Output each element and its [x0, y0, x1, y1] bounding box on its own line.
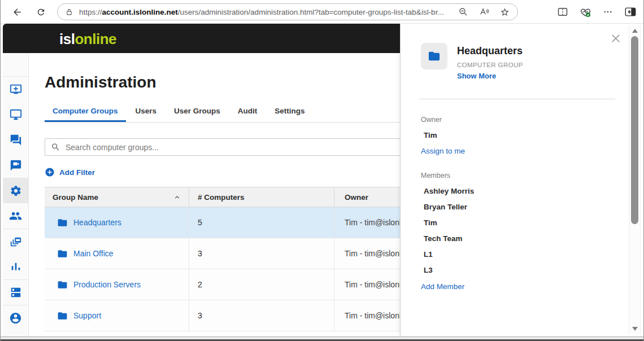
- sidebar-item-servers[interactable]: [3, 279, 28, 305]
- group-name-link[interactable]: Main Office: [73, 249, 114, 258]
- sidebar-item-computers[interactable]: [3, 102, 28, 127]
- close-icon[interactable]: [611, 33, 621, 43]
- arrow-left-icon: [12, 7, 23, 18]
- add-filter-button[interactable]: Add Filter: [45, 167, 95, 177]
- gear-icon: [10, 185, 22, 197]
- group-name-cell: Support: [45, 300, 189, 331]
- folder-icon: [57, 217, 68, 228]
- bar-chart-icon: [10, 261, 22, 273]
- window-bottom-edge: [1, 336, 643, 341]
- members-section-label: Members: [421, 172, 608, 180]
- sidebar-item-users[interactable]: [3, 203, 28, 229]
- sidebar-item-video-call[interactable]: [3, 152, 28, 178]
- favorite-star-icon[interactable]: [500, 7, 510, 17]
- tab-bar: Computer GroupsUsersUser GroupsAuditSett…: [45, 107, 400, 123]
- computer-count-cell: 2: [189, 269, 334, 300]
- group-name-cell: Headquarters: [45, 207, 189, 238]
- group-name-cell: Production Servers: [45, 269, 189, 300]
- add-computer-icon: [10, 83, 22, 95]
- panel-divider: [419, 99, 615, 99]
- tab-settings[interactable]: Settings: [267, 107, 312, 122]
- panel-title: Headquarters: [457, 45, 523, 57]
- main-content: Administration Computer GroupsUsersUser …: [29, 53, 400, 336]
- address-bar[interactable]: https://account.islonline.net/users/admi…: [57, 3, 518, 20]
- page-title: Administration: [45, 73, 400, 91]
- tab-user-groups[interactable]: User Groups: [166, 107, 228, 122]
- column-header-owner[interactable]: Owner: [334, 187, 400, 207]
- computer-groups-table: Group Name # Computers Owner Headquarter…: [45, 187, 400, 336]
- tab-users[interactable]: Users: [128, 107, 165, 122]
- panel-scrollbar[interactable]: [629, 25, 641, 334]
- tab-audit[interactable]: Audit: [230, 107, 266, 122]
- sidebar-item-account[interactable]: [3, 305, 28, 330]
- scroll-up-arrow-icon[interactable]: [632, 29, 638, 33]
- member-item: Tim: [424, 218, 608, 227]
- refresh-icon: [36, 7, 46, 17]
- computer-icon: [10, 108, 22, 121]
- tab-computer-groups[interactable]: Computer Groups: [45, 107, 126, 122]
- column-header-computers[interactable]: # Computers: [189, 187, 334, 207]
- scrollbar-thumb[interactable]: [631, 36, 638, 224]
- table-row[interactable]: Main Office 3 Tim - tim@islonli: [45, 238, 400, 269]
- browser-window: https://account.islonline.net/users/admi…: [0, 0, 644, 341]
- folder-icon: [428, 50, 441, 63]
- group-name-link[interactable]: Headquarters: [73, 218, 121, 227]
- owner-section-label: Owner: [421, 116, 608, 124]
- stacked-windows-icon: [10, 235, 22, 248]
- member-item: L3: [424, 266, 608, 274]
- assign-to-me-link[interactable]: Assign to me: [421, 147, 465, 155]
- group-name-link[interactable]: Support: [73, 311, 101, 320]
- video-chat-icon: [10, 159, 22, 172]
- add-member-link[interactable]: Add Member: [421, 282, 464, 291]
- sidebar-item-chat[interactable]: [3, 127, 28, 152]
- owner-cell: Tim - tim@islonli: [334, 269, 400, 300]
- browser-essentials-icon[interactable]: [580, 6, 591, 18]
- add-filter-label: Add Filter: [59, 168, 95, 177]
- computer-count-cell: 3: [189, 300, 334, 331]
- sidebar-item-reports[interactable]: [3, 254, 28, 279]
- sidebar-item-sessions[interactable]: [3, 229, 28, 254]
- detail-panel: Headquarters COMPUTER GROUP Show More Ow…: [400, 24, 644, 336]
- table-row[interactable]: Headquarters 5 Tim - tim@islonli: [45, 207, 400, 238]
- table-row[interactable]: Production Servers 2 Tim - tim@islonli: [45, 269, 400, 300]
- search-box[interactable]: [45, 138, 400, 156]
- logo-online-text: online: [75, 30, 116, 47]
- lock-icon: [66, 8, 73, 16]
- sidebar-item-administration[interactable]: [3, 178, 28, 203]
- member-item: Tech Team: [424, 234, 608, 243]
- isl-online-logo[interactable]: islonline: [59, 24, 116, 53]
- url-host: account.islonline.net: [102, 8, 178, 16]
- zoom-out-icon[interactable]: [458, 7, 468, 17]
- read-aloud-icon[interactable]: [479, 7, 489, 17]
- copilot-sidebar-icon[interactable]: [624, 6, 637, 18]
- show-more-link[interactable]: Show More: [457, 72, 496, 80]
- table-row[interactable]: Support 3 Tim - tim@islonli: [45, 300, 400, 331]
- owner-cell: Tim - tim@islonli: [334, 300, 400, 331]
- more-menu-icon[interactable]: [603, 7, 613, 17]
- people-icon: [9, 209, 22, 222]
- search-input[interactable]: [66, 143, 400, 152]
- app-header: islonline: [3, 24, 400, 53]
- plus-circle-icon: [45, 167, 55, 177]
- logo-isl-text: isl: [59, 30, 75, 47]
- browser-toolbar: https://account.islonline.net/users/admi…: [1, 0, 643, 24]
- folder-icon: [57, 279, 68, 290]
- computer-count-cell: 3: [189, 238, 334, 269]
- table-row: [45, 331, 400, 336]
- search-icon: [51, 142, 60, 152]
- chat-icon: [10, 134, 22, 146]
- owner-name: Tim: [424, 131, 608, 139]
- back-button[interactable]: [8, 4, 25, 20]
- group-name-link[interactable]: Production Servers: [73, 280, 141, 289]
- table-header: Group Name # Computers Owner: [45, 187, 400, 207]
- member-item: Bryan Teller: [424, 203, 608, 211]
- toolbar-actions: [557, 4, 637, 20]
- sidebar-item-add-computer[interactable]: [3, 76, 28, 102]
- column-header-group-name[interactable]: Group Name: [45, 187, 189, 207]
- scroll-down-arrow-icon[interactable]: [632, 327, 638, 331]
- refresh-button[interactable]: [32, 4, 49, 20]
- server-icon: [10, 286, 22, 299]
- panel-subtitle: COMPUTER GROUP: [457, 62, 523, 68]
- split-screen-icon[interactable]: [557, 6, 568, 18]
- member-item: L1: [424, 250, 608, 259]
